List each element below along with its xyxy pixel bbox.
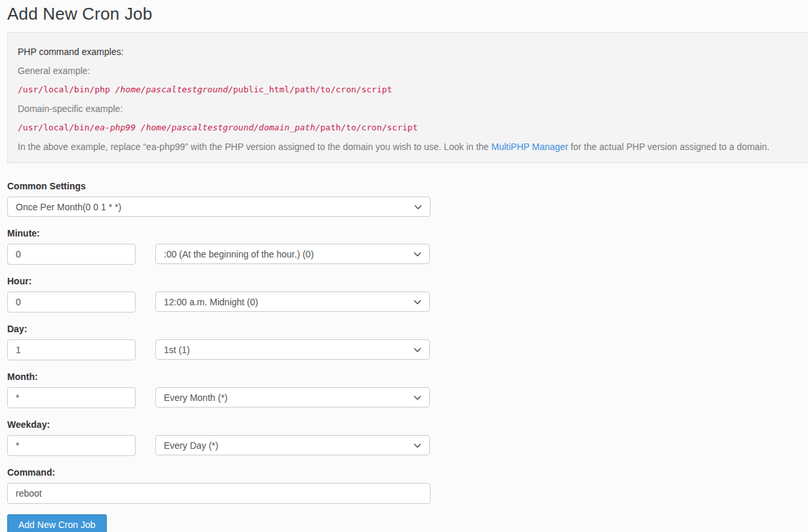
page-title: Add New Cron Job: [7, 0, 808, 32]
hour-select-wrap: 12:00 a.m. Midnight (0): [155, 292, 430, 312]
php-version-note: In the above example, replace “ea-php99”…: [18, 140, 798, 153]
hour-select[interactable]: 12:00 a.m. Midnight (0): [155, 292, 430, 312]
note-text: for the actual PHP version assigned to a…: [568, 142, 769, 152]
common-settings-select[interactable]: Once Per Month(0 0 1 * *): [7, 197, 431, 217]
multiphp-manager-link[interactable]: MultiPHP Manager: [491, 142, 568, 152]
common-settings-label: Common Settings: [7, 181, 808, 191]
domain-example-code: /usr/local/bin/ea-php99 /home/pascaltest…: [18, 121, 798, 134]
general-example-code: /usr/local/bin/php /home/pascaltestgroun…: [18, 83, 798, 96]
general-example-label: General example:: [18, 64, 798, 77]
add-new-cron-job-button[interactable]: Add New Cron Job: [7, 514, 107, 532]
minute-select[interactable]: :00 (At the beginning of the hour.) (0): [155, 244, 430, 264]
hour-input[interactable]: [7, 292, 136, 313]
minute-label: Minute:: [7, 228, 808, 238]
day-input[interactable]: [7, 339, 136, 360]
hour-label: Hour:: [7, 276, 808, 286]
add-cron-job-page: Add New Cron Job PHP command examples: G…: [0, 0, 808, 532]
code-segment: /usr/local/bin/php: [18, 85, 115, 94]
code-segment: ea-php99: [94, 123, 140, 132]
domain-example-label: Domain-specific example:: [18, 102, 798, 115]
day-select[interactable]: 1st (1): [155, 339, 430, 360]
day-label: Day:: [7, 324, 808, 334]
month-input[interactable]: [7, 387, 136, 408]
month-select-wrap: Every Month (*): [155, 387, 430, 408]
code-segment: public_html/path/to/cron/script: [233, 85, 393, 94]
note-text: In the above example, replace “ea-php99”…: [18, 142, 491, 152]
month-select[interactable]: Every Month (*): [155, 387, 430, 408]
php-examples-callout: PHP command examples: General example: /…: [7, 32, 808, 163]
php-examples-heading: PHP command examples:: [18, 45, 798, 58]
common-settings-select-wrap: Once Per Month(0 0 1 * *): [7, 197, 431, 217]
code-segment: /home/pascaltestground/: [115, 85, 233, 94]
weekday-input[interactable]: [7, 435, 136, 456]
cron-job-form: Common Settings Once Per Month(0 0 1 * *…: [7, 163, 808, 532]
code-segment: /usr/local/bin/: [18, 123, 94, 132]
code-segment: path/to/cron/script: [320, 123, 418, 132]
command-input[interactable]: [7, 483, 431, 504]
weekday-label: Weekday:: [7, 419, 808, 430]
minute-select-wrap: :00 (At the beginning of the hour.) (0): [155, 244, 430, 264]
code-segment: /home/pascaltestground/domain_path/: [141, 123, 320, 132]
command-label: Command:: [7, 467, 808, 478]
weekday-select-wrap: Every Day (*): [155, 435, 430, 455]
minute-input[interactable]: [7, 244, 136, 265]
month-label: Month:: [7, 371, 808, 382]
weekday-select[interactable]: Every Day (*): [155, 435, 430, 455]
day-select-wrap: 1st (1): [155, 339, 430, 360]
